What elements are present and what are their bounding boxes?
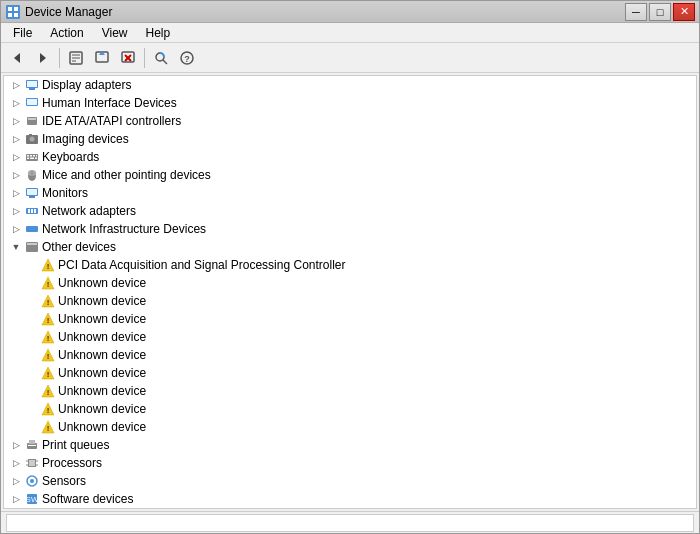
- tree-item-unknown-5[interactable]: ! Unknown device: [4, 346, 696, 364]
- tree-item-pci-data[interactable]: ! PCI Data Acquisition and Signal Proces…: [4, 256, 696, 274]
- unknown-device-label-2: Unknown device: [58, 294, 146, 308]
- unknown-device-label-4: Unknown device: [58, 330, 146, 344]
- tree-item-sensors[interactable]: ▷ Sensors: [4, 472, 696, 490]
- print-queues-label: Print queues: [42, 438, 109, 452]
- expand-icon[interactable]: ▷: [8, 203, 24, 219]
- network-infra-label: Network Infrastructure Devices: [42, 222, 206, 236]
- expand-icon[interactable]: ▷: [8, 77, 24, 93]
- svg-text:?: ?: [184, 54, 190, 64]
- minimize-button[interactable]: ─: [625, 3, 647, 21]
- tree-item-network-adapters[interactable]: ▷ Network adapters: [4, 202, 696, 220]
- software-devices-icon: SW: [24, 491, 40, 507]
- tree-item-unknown-1[interactable]: ! Unknown device: [4, 274, 696, 292]
- back-button[interactable]: [5, 46, 29, 70]
- expand-icon[interactable]: ▷: [8, 95, 24, 111]
- expand-icon[interactable]: ▷: [8, 131, 24, 147]
- help-button[interactable]: ?: [175, 46, 199, 70]
- tree-item-unknown-4[interactable]: ! Unknown device: [4, 328, 696, 346]
- scan-button[interactable]: [149, 46, 173, 70]
- menu-action[interactable]: Action: [42, 24, 91, 42]
- expand-icon[interactable]: ▷: [8, 221, 24, 237]
- toolbar-separator-2: [144, 48, 145, 68]
- expand-icon[interactable]: ▷: [8, 167, 24, 183]
- expand-icon[interactable]: ▷: [8, 437, 24, 453]
- tree-item-other-devices[interactable]: ▼ Other devices: [4, 238, 696, 256]
- tree-item-keyboards[interactable]: ▷ Keyboards: [4, 148, 696, 166]
- svg-rect-2: [14, 7, 18, 11]
- tree-item-unknown-7[interactable]: ! Unknown device: [4, 382, 696, 400]
- tree-item-display-adapters[interactable]: ▷ Display adapters: [4, 76, 696, 94]
- ide-ata-icon: [24, 113, 40, 129]
- software-devices-label: Software devices: [42, 492, 133, 506]
- device-tree[interactable]: ▷ Display adapters ▷ Human Interface Dev…: [3, 75, 697, 509]
- close-button[interactable]: ✕: [673, 3, 695, 21]
- svg-rect-50: [27, 243, 37, 245]
- expand-icon-empty: [24, 329, 40, 345]
- keyboards-label: Keyboards: [42, 150, 99, 164]
- expand-icon[interactable]: ▷: [8, 491, 24, 507]
- svg-rect-4: [14, 13, 18, 17]
- keyboards-icon: [24, 149, 40, 165]
- properties-button[interactable]: [64, 46, 88, 70]
- status-pane: [6, 514, 694, 532]
- tree-item-imaging[interactable]: ▷ Imaging devices: [4, 130, 696, 148]
- tree-item-software-devices[interactable]: ▷ SW Software devices: [4, 490, 696, 508]
- unknown-device-icon-1: !: [40, 275, 56, 291]
- expand-icon-other[interactable]: ▼: [8, 239, 24, 255]
- svg-rect-1: [8, 7, 12, 11]
- tree-item-unknown-3[interactable]: ! Unknown device: [4, 310, 696, 328]
- svg-rect-22: [27, 81, 37, 87]
- tree-item-ide-ata[interactable]: ▷ IDE ATA/ATAPI controllers: [4, 112, 696, 130]
- expand-icon-empty: [24, 293, 40, 309]
- svg-text:SW: SW: [26, 495, 39, 504]
- uninstall-button[interactable]: [116, 46, 140, 70]
- tree-item-sound-game[interactable]: ▷ Sound, video and game controllers: [4, 508, 696, 509]
- expand-icon[interactable]: ▷: [8, 473, 24, 489]
- forward-button[interactable]: [31, 46, 55, 70]
- menu-file[interactable]: File: [5, 24, 40, 42]
- tree-item-human-interface[interactable]: ▷ Human Interface Devices: [4, 94, 696, 112]
- tree-item-print-queues[interactable]: ▷ Print queues: [4, 436, 696, 454]
- network-infra-icon: [24, 221, 40, 237]
- tree-item-unknown-9[interactable]: ! Unknown device: [4, 418, 696, 436]
- svg-rect-24: [27, 99, 37, 105]
- sensors-label: Sensors: [42, 474, 86, 488]
- tree-item-unknown-8[interactable]: ! Unknown device: [4, 400, 696, 418]
- tree-item-processors[interactable]: ▷ Processors: [4, 454, 696, 472]
- toolbar: ?: [1, 43, 699, 73]
- tree-item-monitors[interactable]: ▷ Monitors: [4, 184, 696, 202]
- svg-text:!: !: [47, 280, 50, 289]
- menu-help[interactable]: Help: [138, 24, 179, 42]
- svg-text:!: !: [47, 370, 50, 379]
- svg-text:!: !: [47, 352, 50, 361]
- menu-view[interactable]: View: [94, 24, 136, 42]
- svg-rect-21: [29, 88, 35, 90]
- svg-text:!: !: [47, 316, 50, 325]
- svg-rect-34: [36, 155, 37, 157]
- tree-item-unknown-6[interactable]: ! Unknown device: [4, 364, 696, 382]
- maximize-button[interactable]: □: [649, 3, 671, 21]
- expand-icon[interactable]: ▷: [8, 113, 24, 129]
- svg-rect-33: [33, 155, 35, 157]
- svg-rect-46: [31, 209, 33, 213]
- svg-rect-75: [29, 460, 35, 466]
- expand-icon[interactable]: ▷: [8, 149, 24, 165]
- svg-rect-37: [35, 158, 37, 160]
- expand-icon[interactable]: ▷: [8, 455, 24, 471]
- svg-text:!: !: [47, 334, 50, 343]
- svg-rect-35: [27, 158, 29, 160]
- expand-icon[interactable]: ▷: [8, 185, 24, 201]
- print-queues-icon: [24, 437, 40, 453]
- unknown-device-label-3: Unknown device: [58, 312, 146, 326]
- svg-rect-72: [29, 440, 35, 444]
- pci-warning-icon: !: [40, 257, 56, 273]
- svg-text:!: !: [47, 298, 50, 307]
- expand-icon-empty: [24, 401, 40, 417]
- svg-rect-29: [29, 134, 32, 136]
- update-driver-button[interactable]: [90, 46, 114, 70]
- tree-item-network-infra[interactable]: ▷ Network Infrastructure Devices: [4, 220, 696, 238]
- tree-item-unknown-2[interactable]: ! Unknown device: [4, 292, 696, 310]
- tree-item-mice[interactable]: ▷ Mice and other pointing devices: [4, 166, 696, 184]
- content-area: ▷ Display adapters ▷ Human Interface Dev…: [1, 73, 699, 511]
- expand-icon-empty: [24, 311, 40, 327]
